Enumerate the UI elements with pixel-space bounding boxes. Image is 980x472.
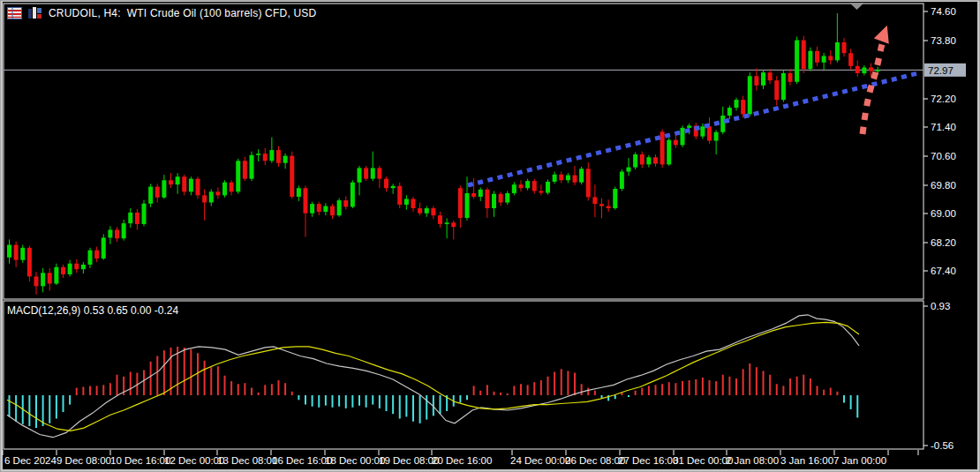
candle-body [431, 208, 435, 215]
candle-body [599, 204, 604, 206]
candle-body [230, 183, 234, 192]
candle-body [761, 72, 765, 86]
candle-body [102, 237, 106, 258]
candle-body [317, 204, 321, 212]
candle-body [148, 187, 153, 204]
candle-body [250, 155, 254, 179]
candle-body [808, 51, 812, 69]
candle-body [620, 172, 624, 190]
price-axis-label: 70.60 [931, 151, 956, 161]
candle-body [512, 184, 516, 193]
price-axis-label: 68.20 [931, 237, 956, 248]
candle-body [465, 193, 470, 218]
price-axis-label: 72.20 [931, 94, 956, 104]
time-axis-label: 26 Dec 08:00 [565, 455, 625, 466]
candle-body [358, 168, 362, 182]
candle-body [485, 190, 489, 208]
candle-body [553, 175, 557, 182]
candle-body [681, 128, 685, 146]
candle-body [364, 168, 368, 178]
candle-body [142, 204, 147, 224]
candle-body [404, 199, 409, 205]
chart-canvas[interactable]: 74.6073.8072.2071.4070.6069.8069.0068.20… [0, 0, 980, 472]
candle-body [835, 42, 840, 60]
candle-body [290, 156, 294, 197]
candle-body [505, 193, 509, 203]
candle-body [94, 251, 99, 258]
candle-body [525, 181, 530, 188]
candle-body [128, 213, 132, 223]
time-axis-label: 7 Jan 00:00 [833, 455, 886, 466]
candle-body [592, 197, 597, 204]
candle-body [68, 264, 72, 274]
candle-body [862, 67, 866, 73]
price-axis-label: 69.80 [931, 180, 956, 191]
candle-body [88, 251, 93, 265]
candle-body [566, 176, 570, 181]
candle-body [579, 169, 584, 182]
candle-body [613, 189, 617, 208]
candle-body [297, 188, 301, 197]
trading-chart-window: 74.6073.8072.2071.4070.6069.8069.0068.20… [0, 0, 980, 472]
candle-body [176, 176, 180, 184]
candle-body [196, 179, 200, 196]
candle-body [384, 179, 388, 189]
candle-body [714, 132, 719, 141]
candle-body [243, 161, 247, 178]
candle-body [451, 222, 456, 227]
candle-body [720, 116, 725, 132]
candle-body [640, 154, 645, 164]
candle-body [371, 168, 375, 178]
candle-body [633, 154, 637, 168]
candle-body [418, 208, 422, 214]
candle-body [815, 51, 819, 63]
candle-body [20, 248, 25, 260]
candle-body [391, 186, 396, 188]
candle-body [869, 67, 873, 71]
candle-body [479, 190, 483, 197]
candle-body [748, 76, 752, 114]
candle-body [115, 229, 119, 238]
candle-body [546, 182, 550, 193]
candle-body [492, 194, 496, 208]
candle-body [519, 184, 524, 188]
time-axis-label: 31 Dec 00:00 [673, 455, 733, 466]
candle-body [842, 42, 847, 53]
current-price-tag-value: 72.97 [928, 65, 954, 76]
candle-body [539, 191, 543, 193]
candle-body [269, 150, 274, 161]
candle-body [323, 206, 328, 213]
candle-body [707, 126, 712, 140]
candle-body [735, 100, 739, 108]
candle-body [330, 206, 335, 216]
candle-body [876, 70, 880, 71]
time-axis-label: 16 Dec 16:00 [272, 455, 332, 466]
time-axis-label: 10 Dec 16:00 [110, 455, 170, 466]
candle-body [471, 193, 476, 197]
time-axis-label: 12 Dec 00:00 [164, 455, 224, 466]
candle-body [795, 41, 799, 82]
time-axis-label: 27 Dec 16:00 [618, 455, 678, 466]
macd-axis-label: -0.56 [931, 440, 954, 451]
candle-body [438, 215, 442, 224]
time-axis-label: 6 Dec 2024 [4, 455, 57, 466]
price-axis-label: 74.60 [931, 6, 956, 17]
candle-body [499, 194, 503, 203]
candle-body [351, 183, 355, 207]
candle-body [283, 156, 288, 163]
candle-body [687, 125, 691, 127]
candle-body [727, 108, 732, 116]
candle-body [256, 154, 260, 155]
candle-body [532, 181, 537, 191]
candle-body [802, 41, 806, 70]
candle-body [411, 199, 416, 208]
candle-body [559, 175, 563, 181]
candle-body [788, 73, 793, 82]
candle-body [182, 176, 186, 191]
candle-body [768, 72, 773, 80]
candle-body [169, 180, 173, 184]
candle-body [781, 73, 786, 100]
candle-body [337, 200, 342, 215]
candle-body [856, 66, 860, 73]
candle-body [61, 267, 65, 274]
